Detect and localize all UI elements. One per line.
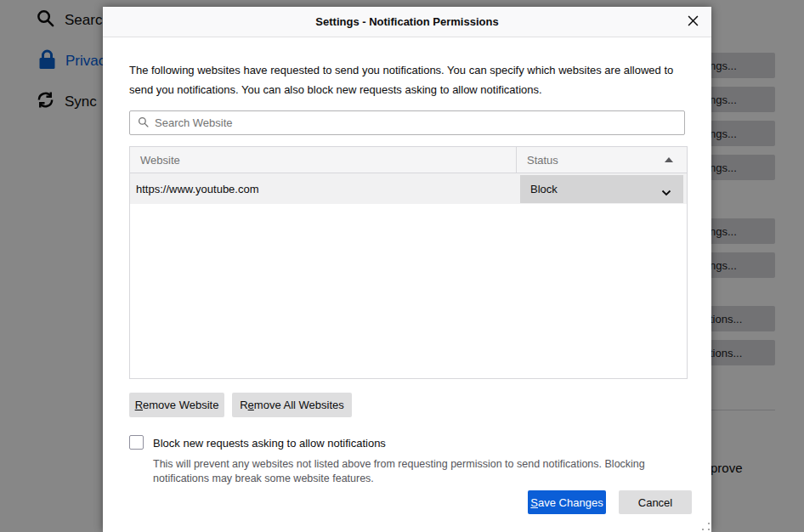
permissions-table: Website Status https://www.youtube.com B… <box>129 146 688 379</box>
column-header-status[interactable]: Status <box>517 147 687 173</box>
remove-all-websites-button[interactable]: Remove All Websites <box>232 393 352 417</box>
column-header-website[interactable]: Website <box>130 147 517 173</box>
notification-permissions-dialog: Settings - Notification Permissions The … <box>103 7 711 532</box>
block-new-requests-checkbox[interactable] <box>129 435 144 450</box>
resize-grip[interactable] <box>702 523 710 530</box>
search-website-box <box>129 110 685 135</box>
sort-ascending-icon <box>665 157 673 162</box>
close-button[interactable] <box>681 10 705 34</box>
search-website-input[interactable] <box>155 111 684 134</box>
remove-website-button[interactable]: Remove Website <box>129 393 224 417</box>
website-cell: https://www.youtube.com <box>130 183 517 195</box>
dialog-titlebar: Settings - Notification Permissions <box>103 7 711 37</box>
dialog-title: Settings - Notification Permissions <box>315 15 498 28</box>
close-icon <box>688 15 699 29</box>
block-new-requests-label[interactable]: Block new requests asking to allow notif… <box>153 435 386 450</box>
search-icon <box>138 116 149 131</box>
cancel-button[interactable]: Cancel <box>619 490 692 514</box>
dialog-description: The following websites have requested to… <box>129 61 692 100</box>
table-header-row: Website Status <box>130 147 687 173</box>
table-row[interactable]: https://www.youtube.com Block <box>130 173 687 204</box>
save-changes-button[interactable]: Save Changes <box>528 490 606 514</box>
status-dropdown[interactable]: Block <box>520 175 683 203</box>
checkbox-fine-print: This will prevent any websites not liste… <box>153 457 694 485</box>
block-new-requests-row: Block new requests asking to allow notif… <box>129 435 386 450</box>
status-dropdown-value: Block <box>530 183 558 195</box>
